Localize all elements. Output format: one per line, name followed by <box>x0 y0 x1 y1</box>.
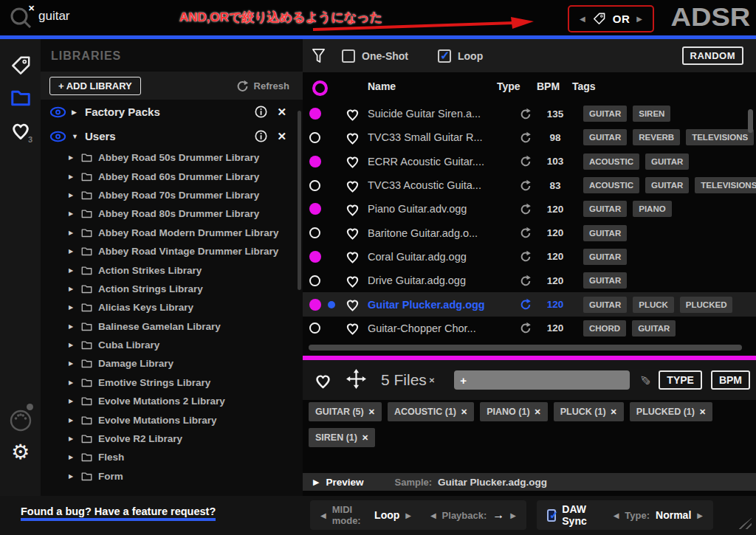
remove-tag-icon[interactable]: ✕ <box>461 407 467 417</box>
column-header-type[interactable]: Type <box>497 80 520 92</box>
expander-icon[interactable] <box>69 154 75 161</box>
tag-chip[interactable]: TELEVISIONS <box>695 177 756 193</box>
color-dot[interactable] <box>309 156 321 168</box>
library-folder-row[interactable]: Abbey Road Vintage Drummer Library <box>41 242 303 260</box>
eye-icon[interactable] <box>49 106 66 118</box>
tag-chip[interactable]: PLUCK <box>633 297 674 313</box>
library-root-row[interactable]: Factory Packs ✕ <box>41 100 303 124</box>
sample-name[interactable]: Drive Guitar.adg.ogg <box>368 275 515 286</box>
sidebar-item-libraries[interactable] <box>0 82 41 114</box>
info-icon[interactable] <box>255 106 267 118</box>
remove-tag-icon[interactable]: ✕ <box>368 407 375 417</box>
library-folder-row[interactable]: Evolve R2 Library <box>41 429 303 448</box>
type-prev-icon[interactable]: ◀ <box>614 511 619 520</box>
expander-icon[interactable] <box>69 286 75 292</box>
column-header-bpm[interactable]: BPM <box>537 80 560 92</box>
sidebar-item-midi[interactable] <box>0 408 41 433</box>
loop-checkbox[interactable] <box>438 49 451 63</box>
color-dot[interactable] <box>309 299 321 311</box>
favorite-icon[interactable] <box>341 249 363 264</box>
clear-selection-icon[interactable]: ✕ <box>429 376 435 384</box>
tag-chip[interactable]: GUITAR <box>645 153 689 170</box>
favorite-icon[interactable] <box>341 178 363 193</box>
resize-grip[interactable] <box>738 518 752 529</box>
type-next-icon[interactable]: ▶ <box>697 511 703 520</box>
refresh-button[interactable]: Refresh <box>236 80 289 92</box>
expander-icon[interactable] <box>69 417 75 424</box>
favorite-icon[interactable] <box>341 201 363 217</box>
select-all-ring[interactable] <box>312 80 328 96</box>
favorite-selection-icon[interactable] <box>313 371 333 390</box>
favorite-icon[interactable] <box>341 106 363 122</box>
sample-name[interactable]: Coral Guitar.adg.ogg <box>368 251 515 263</box>
add-library-button[interactable]: + ADD LIBRARY <box>49 77 141 95</box>
midi-mode-next-icon[interactable]: ▶ <box>405 511 411 520</box>
favorite-icon[interactable] <box>341 273 363 289</box>
libraries-scrollbar[interactable] <box>298 111 301 290</box>
playback-next-icon[interactable]: ▶ <box>510 511 516 520</box>
expander-icon[interactable] <box>69 267 75 274</box>
add-tag-input[interactable]: + <box>454 370 630 390</box>
expander-icon[interactable] <box>69 210 75 217</box>
remove-tag-icon[interactable]: ✕ <box>535 407 541 417</box>
next-mode-icon[interactable]: ▶ <box>636 15 642 23</box>
expander-icon[interactable] <box>69 454 75 460</box>
favorite-icon[interactable] <box>341 130 363 145</box>
move-files-icon[interactable] <box>346 369 366 392</box>
play-icon[interactable]: ▶ <box>313 477 319 487</box>
tag-chip[interactable]: CHORD <box>583 320 626 336</box>
random-button[interactable]: RANDOM <box>682 46 744 65</box>
selected-tag-chip[interactable]: GUITAR (5) ✕ <box>309 402 382 421</box>
expander-icon[interactable] <box>69 229 75 236</box>
library-folder-row[interactable]: Alicias Keys Library <box>41 298 303 317</box>
table-row[interactable]: Drive Guitar.adg.ogg 120 GUITAR <box>303 269 756 292</box>
sidebar-item-favorites[interactable]: 3 <box>0 114 41 147</box>
remove-library-icon[interactable]: ✕ <box>277 130 286 143</box>
tag-chip[interactable]: ACOUSTIC <box>583 153 639 170</box>
expander-icon[interactable] <box>69 435 75 442</box>
favorite-icon[interactable] <box>341 320 363 336</box>
table-row[interactable]: TVC33 Small Guitar R... 98 GUITAR <box>303 125 756 149</box>
info-icon[interactable] <box>255 130 267 142</box>
search-input[interactable]: guitar <box>38 9 70 24</box>
library-folder-row[interactable]: Action Strings Library <box>41 280 303 298</box>
tag-chip[interactable]: PIANO <box>633 201 671 217</box>
library-folder-row[interactable]: Action Strikes Library <box>41 260 303 279</box>
color-dot[interactable] <box>309 251 321 263</box>
library-folder-row[interactable]: Abbey Road 60s Drummer Library <box>41 167 303 185</box>
expander-icon[interactable] <box>72 108 80 116</box>
expander-icon[interactable] <box>69 323 75 330</box>
color-dot[interactable] <box>309 108 321 120</box>
search-clear-icon[interactable]: ✕ <box>28 4 35 13</box>
library-folder-row[interactable]: Emotive Strings Library <box>41 373 303 392</box>
library-folder-row[interactable]: Abbey Road Modern Drummer Library <box>41 224 303 242</box>
remove-library-icon[interactable]: ✕ <box>277 106 286 119</box>
tag-chip[interactable]: GUITAR <box>583 129 627 145</box>
tag-chip[interactable]: GUITAR <box>583 297 627 313</box>
expander-icon[interactable] <box>69 173 75 180</box>
daw-sync-checkbox[interactable] <box>547 509 556 522</box>
tag-chip[interactable]: SIREN <box>633 106 670 122</box>
sidebar-item-settings[interactable]: ⚙ <box>0 442 41 463</box>
library-folder-row[interactable]: Evolve Mutations Library <box>41 410 303 429</box>
playback-prev-icon[interactable]: ◀ <box>430 511 436 520</box>
table-row[interactable]: Coral Guitar.adg.ogg 120 GUITAR <box>303 245 756 269</box>
table-row[interactable]: Guitar-Chopper Chor... 120 CHORD <box>303 317 756 340</box>
table-row[interactable]: Suicide Guitar Siren.a... 135 GUITAR <box>303 102 756 125</box>
oneshot-checkbox[interactable] <box>342 49 355 63</box>
color-dot[interactable] <box>309 275 320 286</box>
remove-tag-icon[interactable]: ✕ <box>699 407 706 417</box>
type-button[interactable]: TYPE <box>659 370 702 390</box>
tag-chip[interactable]: GUITAR <box>632 320 676 336</box>
tag-chip[interactable]: PLUCKED <box>680 297 733 313</box>
table-row[interactable]: Piano Guitar.adv.ogg 120 GUITAR <box>303 197 756 221</box>
tag-chip[interactable]: GUITAR <box>583 272 627 289</box>
selected-tag-chip[interactable]: PLUCK (1) ✕ <box>554 402 624 421</box>
library-folder-row[interactable]: Abbey Road 80s Drummer Library <box>41 204 303 223</box>
favorite-icon[interactable] <box>341 297 363 312</box>
selected-tag-chip[interactable]: ACOUSTIC (1) ✕ <box>388 402 474 421</box>
table-row[interactable]: ECRR Acoustic Guitar.... 103 ACOUSTIC <box>303 150 756 173</box>
expander-icon[interactable] <box>69 304 75 311</box>
expander-icon[interactable] <box>69 360 75 367</box>
tag-chip[interactable]: GUITAR <box>583 249 627 265</box>
